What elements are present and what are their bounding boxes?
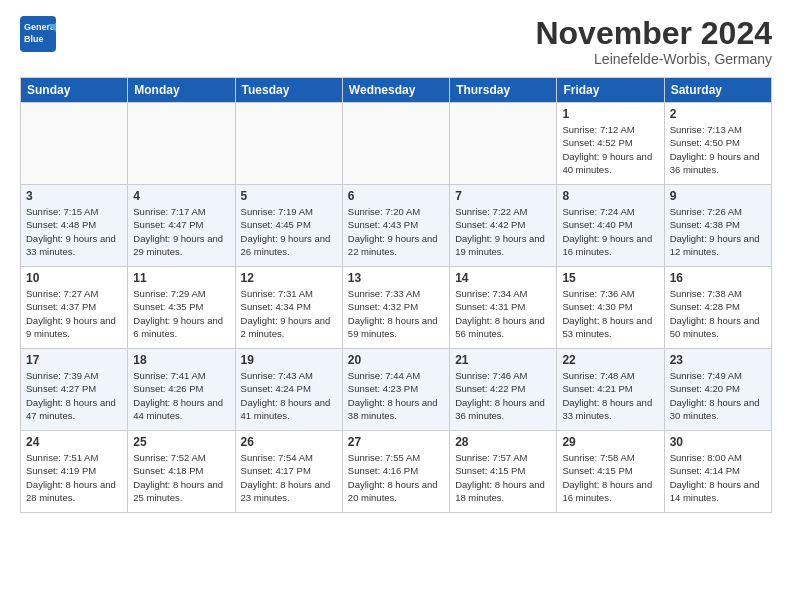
day-info: Sunrise: 7:15 AMSunset: 4:48 PMDaylight:… [26,205,122,258]
table-row [128,103,235,185]
table-row: 7Sunrise: 7:22 AMSunset: 4:42 PMDaylight… [450,185,557,267]
calendar-week-3: 10Sunrise: 7:27 AMSunset: 4:37 PMDayligh… [21,267,772,349]
day-number: 21 [455,353,551,367]
table-row: 21Sunrise: 7:46 AMSunset: 4:22 PMDayligh… [450,349,557,431]
day-number: 10 [26,271,122,285]
calendar-week-5: 24Sunrise: 7:51 AMSunset: 4:19 PMDayligh… [21,431,772,513]
day-info: Sunrise: 7:12 AMSunset: 4:52 PMDaylight:… [562,123,658,176]
day-number: 19 [241,353,337,367]
logo-icon: General Blue [20,16,58,54]
table-row: 14Sunrise: 7:34 AMSunset: 4:31 PMDayligh… [450,267,557,349]
col-friday: Friday [557,78,664,103]
table-row: 27Sunrise: 7:55 AMSunset: 4:16 PMDayligh… [342,431,449,513]
calendar-week-1: 1Sunrise: 7:12 AMSunset: 4:52 PMDaylight… [21,103,772,185]
table-row: 17Sunrise: 7:39 AMSunset: 4:27 PMDayligh… [21,349,128,431]
day-info: Sunrise: 7:46 AMSunset: 4:22 PMDaylight:… [455,369,551,422]
day-number: 9 [670,189,766,203]
table-row: 9Sunrise: 7:26 AMSunset: 4:38 PMDaylight… [664,185,771,267]
day-info: Sunrise: 7:13 AMSunset: 4:50 PMDaylight:… [670,123,766,176]
day-info: Sunrise: 7:39 AMSunset: 4:27 PMDaylight:… [26,369,122,422]
col-wednesday: Wednesday [342,78,449,103]
logo: General Blue [20,16,58,58]
table-row: 10Sunrise: 7:27 AMSunset: 4:37 PMDayligh… [21,267,128,349]
day-number: 3 [26,189,122,203]
day-info: Sunrise: 7:48 AMSunset: 4:21 PMDaylight:… [562,369,658,422]
table-row [235,103,342,185]
calendar-table: Sunday Monday Tuesday Wednesday Thursday… [20,77,772,513]
day-info: Sunrise: 7:33 AMSunset: 4:32 PMDaylight:… [348,287,444,340]
day-info: Sunrise: 7:27 AMSunset: 4:37 PMDaylight:… [26,287,122,340]
day-info: Sunrise: 7:57 AMSunset: 4:15 PMDaylight:… [455,451,551,504]
month-title: November 2024 [535,16,772,51]
day-info: Sunrise: 7:19 AMSunset: 4:45 PMDaylight:… [241,205,337,258]
day-info: Sunrise: 7:55 AMSunset: 4:16 PMDaylight:… [348,451,444,504]
location: Leinefelde-Worbis, Germany [535,51,772,67]
col-monday: Monday [128,78,235,103]
day-info: Sunrise: 7:38 AMSunset: 4:28 PMDaylight:… [670,287,766,340]
table-row: 8Sunrise: 7:24 AMSunset: 4:40 PMDaylight… [557,185,664,267]
page: General Blue November 2024 Leinefelde-Wo… [0,0,792,612]
table-row: 24Sunrise: 7:51 AMSunset: 4:19 PMDayligh… [21,431,128,513]
day-number: 26 [241,435,337,449]
table-row: 12Sunrise: 7:31 AMSunset: 4:34 PMDayligh… [235,267,342,349]
header: General Blue November 2024 Leinefelde-Wo… [20,16,772,67]
table-row: 3Sunrise: 7:15 AMSunset: 4:48 PMDaylight… [21,185,128,267]
svg-text:Blue: Blue [24,34,44,44]
table-row: 11Sunrise: 7:29 AMSunset: 4:35 PMDayligh… [128,267,235,349]
day-number: 27 [348,435,444,449]
day-info: Sunrise: 7:31 AMSunset: 4:34 PMDaylight:… [241,287,337,340]
table-row [450,103,557,185]
table-row: 1Sunrise: 7:12 AMSunset: 4:52 PMDaylight… [557,103,664,185]
day-info: Sunrise: 7:22 AMSunset: 4:42 PMDaylight:… [455,205,551,258]
day-number: 4 [133,189,229,203]
day-number: 15 [562,271,658,285]
table-row: 6Sunrise: 7:20 AMSunset: 4:43 PMDaylight… [342,185,449,267]
day-number: 5 [241,189,337,203]
table-row: 16Sunrise: 7:38 AMSunset: 4:28 PMDayligh… [664,267,771,349]
day-info: Sunrise: 7:36 AMSunset: 4:30 PMDaylight:… [562,287,658,340]
table-row: 13Sunrise: 7:33 AMSunset: 4:32 PMDayligh… [342,267,449,349]
table-row [21,103,128,185]
day-number: 29 [562,435,658,449]
day-info: Sunrise: 7:34 AMSunset: 4:31 PMDaylight:… [455,287,551,340]
day-info: Sunrise: 7:51 AMSunset: 4:19 PMDaylight:… [26,451,122,504]
table-row: 18Sunrise: 7:41 AMSunset: 4:26 PMDayligh… [128,349,235,431]
table-row: 22Sunrise: 7:48 AMSunset: 4:21 PMDayligh… [557,349,664,431]
table-row: 29Sunrise: 7:58 AMSunset: 4:15 PMDayligh… [557,431,664,513]
title-block: November 2024 Leinefelde-Worbis, Germany [535,16,772,67]
day-info: Sunrise: 7:41 AMSunset: 4:26 PMDaylight:… [133,369,229,422]
day-number: 23 [670,353,766,367]
calendar-week-4: 17Sunrise: 7:39 AMSunset: 4:27 PMDayligh… [21,349,772,431]
day-number: 25 [133,435,229,449]
table-row: 20Sunrise: 7:44 AMSunset: 4:23 PMDayligh… [342,349,449,431]
day-number: 28 [455,435,551,449]
day-info: Sunrise: 7:52 AMSunset: 4:18 PMDaylight:… [133,451,229,504]
col-saturday: Saturday [664,78,771,103]
day-number: 13 [348,271,444,285]
calendar-header-row: Sunday Monday Tuesday Wednesday Thursday… [21,78,772,103]
day-number: 14 [455,271,551,285]
day-number: 17 [26,353,122,367]
day-number: 7 [455,189,551,203]
table-row: 30Sunrise: 8:00 AMSunset: 4:14 PMDayligh… [664,431,771,513]
col-tuesday: Tuesday [235,78,342,103]
day-info: Sunrise: 7:58 AMSunset: 4:15 PMDaylight:… [562,451,658,504]
day-number: 24 [26,435,122,449]
day-info: Sunrise: 7:29 AMSunset: 4:35 PMDaylight:… [133,287,229,340]
day-number: 18 [133,353,229,367]
table-row: 2Sunrise: 7:13 AMSunset: 4:50 PMDaylight… [664,103,771,185]
table-row: 4Sunrise: 7:17 AMSunset: 4:47 PMDaylight… [128,185,235,267]
table-row: 25Sunrise: 7:52 AMSunset: 4:18 PMDayligh… [128,431,235,513]
day-number: 12 [241,271,337,285]
day-info: Sunrise: 7:20 AMSunset: 4:43 PMDaylight:… [348,205,444,258]
calendar-week-2: 3Sunrise: 7:15 AMSunset: 4:48 PMDaylight… [21,185,772,267]
day-number: 2 [670,107,766,121]
day-number: 30 [670,435,766,449]
table-row: 19Sunrise: 7:43 AMSunset: 4:24 PMDayligh… [235,349,342,431]
day-info: Sunrise: 7:26 AMSunset: 4:38 PMDaylight:… [670,205,766,258]
day-info: Sunrise: 7:24 AMSunset: 4:40 PMDaylight:… [562,205,658,258]
day-number: 11 [133,271,229,285]
day-info: Sunrise: 7:17 AMSunset: 4:47 PMDaylight:… [133,205,229,258]
day-number: 16 [670,271,766,285]
day-number: 8 [562,189,658,203]
